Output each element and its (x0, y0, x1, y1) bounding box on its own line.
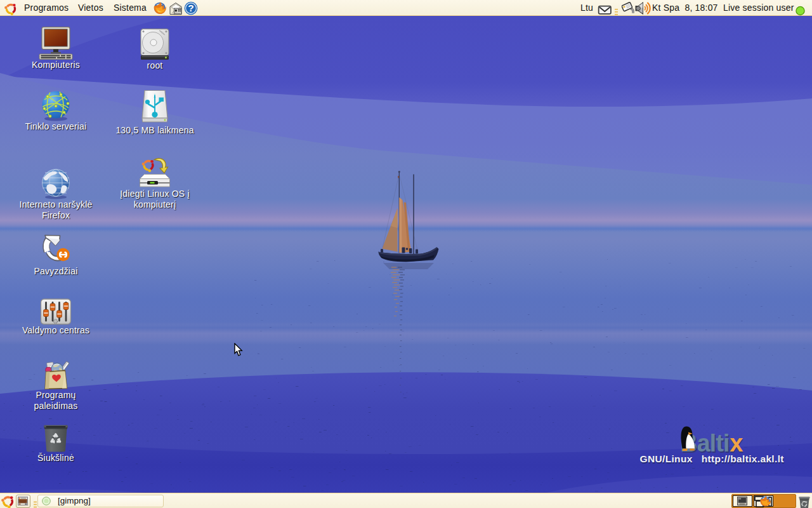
svg-text:?: ? (188, 3, 194, 13)
svg-text:GNU/Linux http://baltix.akl.: GNU/Linux http://baltix.akl.lt (640, 453, 784, 464)
